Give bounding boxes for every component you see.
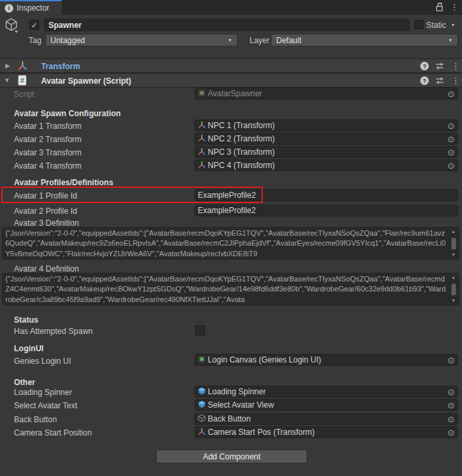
object-value: NPC 3 (Transform) (208, 147, 275, 157)
static-checkbox[interactable] (414, 20, 424, 29)
presets-icon[interactable] (435, 76, 444, 87)
avatar-4-definition-label: Avatar 4 Definition (14, 264, 79, 274)
loading-spinner-field[interactable]: Loading Spinner ⊙ (194, 386, 458, 398)
tab-label: Inspector (17, 3, 49, 13)
foldout-closed-icon[interactable]: ▶ (5, 62, 10, 69)
object-picker-icon[interactable]: ⊙ (447, 401, 455, 410)
object-value: NPC 1 (Transform) (208, 121, 275, 130)
tab-inspector[interactable]: i Inspector (0, 0, 62, 15)
script-mini-icon (198, 355, 206, 365)
has-attempted-spawn-checkbox[interactable] (195, 325, 205, 335)
transform-icon (198, 121, 206, 131)
avatar-1-transform-field[interactable]: NPC 1 (Transform) ⊙ (194, 119, 458, 131)
info-icon: i (5, 4, 13, 13)
transform-kebab-menu-icon[interactable]: ⋮ (451, 62, 460, 71)
object-picker-icon[interactable]: ⊙ (447, 90, 455, 98)
checkmark-icon: ✓ (31, 22, 37, 29)
object-picker-icon[interactable]: ⊙ (447, 388, 455, 396)
foldout-open-icon[interactable]: ▼ (4, 77, 10, 84)
transform-icon (17, 60, 28, 73)
transform-icon (198, 428, 206, 437)
scroll-up-icon[interactable]: ▲ (451, 229, 456, 234)
help-icon[interactable]: ? (420, 62, 429, 70)
loading-spinner-label: Loading Spinner (14, 388, 72, 397)
tag-label: Tag (29, 36, 41, 45)
avatar-3-definition-textarea[interactable]: {"JsonVersion":"2-0-0","equippedAssetIds… (2, 227, 459, 260)
genies-login-ui-field[interactable]: Login Canvas (Genies Login UI) ⊙ (194, 354, 458, 366)
avatar-2-transform-label: Avatar 2 Transform (14, 135, 82, 144)
avatar-2-transform-field[interactable]: NPC 2 (Transform) ⊙ (194, 133, 458, 145)
script-object-field[interactable]: AvatarSpawner ⊙ (194, 88, 458, 100)
prefab-cube-icon (198, 400, 206, 410)
help-icon[interactable]: ? (420, 76, 429, 85)
static-dropdown-icon[interactable]: ▼ (451, 23, 455, 27)
avatar-2-profile-id-input[interactable]: ExampleProfile2 (194, 204, 458, 216)
section-header-profiles: Avatar Profiles/Definitions (14, 178, 114, 187)
definition-text: {"JsonVersion":"2-0-0","equippedAssetIds… (5, 275, 445, 303)
object-value: NPC 2 (Transform) (208, 134, 275, 143)
scroll-down-icon[interactable]: ▼ (451, 298, 456, 303)
object-picker-icon[interactable]: ⊙ (447, 148, 455, 157)
back-button-field[interactable]: Back Button ⊙ (194, 413, 458, 425)
spawner-kebab-menu-icon[interactable]: ⋮ (451, 76, 460, 86)
object-picker-icon[interactable]: ⊙ (447, 161, 455, 170)
avatar-1-profile-id-input[interactable]: ExampleProfile2 (194, 189, 458, 201)
chevron-down-icon: ▼ (228, 38, 232, 42)
object-picker-icon[interactable]: ⊙ (447, 415, 455, 424)
unlock-icon[interactable] (435, 2, 444, 14)
gameobject-name-value: Spawner (48, 21, 82, 30)
tag-dropdown[interactable]: Untagged ▼ (45, 34, 238, 46)
object-picker-icon[interactable]: ⊙ (447, 135, 455, 143)
scroll-thumb[interactable] (451, 283, 456, 295)
svg-text:#: # (21, 77, 25, 84)
profile-id-value: ExampleProfile2 (198, 206, 256, 215)
section-header-loginui: LoginUI (14, 344, 44, 353)
gameobject-active-checkbox[interactable]: ✓ (29, 20, 39, 30)
gameobject-name-input[interactable]: Spawner (44, 19, 410, 31)
section-header-spawn-config: Avatar Spawn Configuration (14, 109, 121, 118)
layer-dropdown[interactable]: Default ▼ (271, 34, 458, 46)
transform-title: Transform (41, 62, 80, 71)
scroll-up-icon[interactable]: ▲ (451, 275, 456, 280)
tab-kebab-menu-icon[interactable]: ⋮ (450, 3, 459, 12)
section-header-other: Other (14, 378, 35, 387)
avatar-1-transform-label: Avatar 1 Transform (14, 121, 82, 131)
prefab-cube-icon (198, 387, 206, 397)
object-picker-icon[interactable]: ⊙ (447, 428, 455, 437)
scroll-down-icon[interactable]: ▼ (451, 252, 456, 258)
scrollbar[interactable]: ▲ ▼ (449, 229, 457, 258)
object-value: Login Canvas (Genies Login UI) (208, 355, 321, 364)
gameobject-icon-caret[interactable]: ▼ (14, 29, 19, 34)
presets-icon[interactable] (435, 62, 444, 72)
camera-start-position-field[interactable]: Camera Start Pos (Transform) ⊙ (194, 426, 458, 438)
back-button-label: Back Button (14, 415, 57, 424)
select-avatar-text-label: Select Avatar Text (14, 401, 78, 410)
object-picker-icon[interactable]: ⊙ (447, 121, 455, 130)
avatar-4-definition-textarea[interactable]: {"JsonVersion":"2-0-0","equippedAssetIds… (2, 273, 459, 305)
script-value: AvatarSpawner (208, 89, 262, 98)
object-value: NPC 4 (Transform) (208, 161, 275, 170)
script-mini-icon (198, 89, 206, 99)
has-attempted-spawn-label: Has Attempted Spawn (14, 327, 93, 336)
avatar-spawner-title: Avatar Spawner (Script) (41, 76, 131, 86)
avatar-3-definition-label: Avatar 3 Definition (14, 218, 79, 228)
object-value: Camera Start Pos (Transform) (208, 428, 315, 437)
section-header-status: Status (14, 315, 38, 325)
camera-start-position-label: Camera Start Position (14, 428, 92, 437)
tag-value: Untagged (50, 36, 85, 45)
avatar-3-transform-field[interactable]: NPC 3 (Transform) ⊙ (194, 146, 458, 158)
layer-label: Layer (250, 36, 270, 45)
transform-icon (198, 147, 206, 157)
avatar-4-transform-field[interactable]: NPC 4 (Transform) ⊙ (194, 159, 458, 171)
avatar-4-transform-label: Avatar 4 Transform (14, 161, 82, 171)
csharp-script-icon: # (18, 75, 27, 88)
add-component-button[interactable]: Add Component (156, 449, 307, 463)
object-picker-icon[interactable]: ⊙ (447, 356, 455, 364)
select-avatar-text-field[interactable]: Select Avatar View ⊙ (194, 399, 458, 411)
layer-value: Default (276, 36, 301, 45)
scroll-thumb[interactable] (451, 238, 456, 250)
transform-icon (198, 161, 206, 171)
scrollbar[interactable]: ▲ ▼ (449, 275, 457, 303)
object-value: Back Button (208, 414, 251, 424)
tab-bar (0, 0, 462, 15)
